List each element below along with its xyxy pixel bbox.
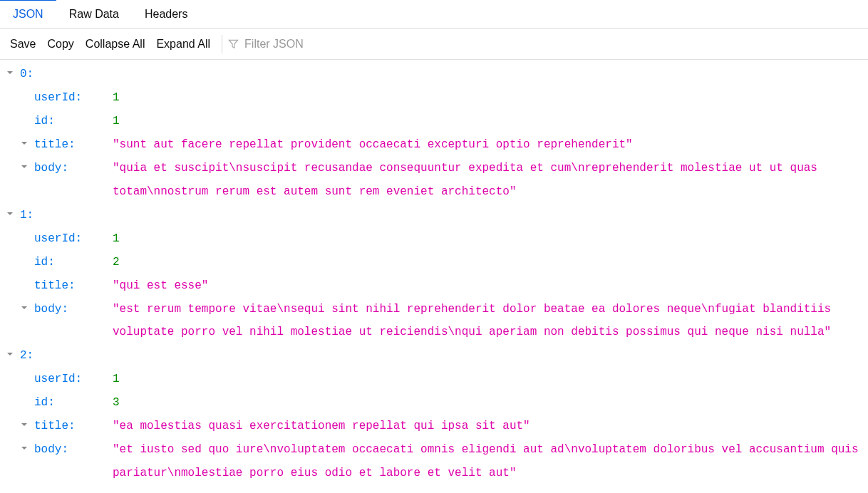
expand-toggle-icon[interactable]: [6, 68, 17, 80]
json-tree: 0:userId:1id:1title:"sunt aut facere rep…: [0, 60, 868, 491]
key-body[interactable]: body:: [34, 438, 113, 462]
tree-row: id:1: [6, 110, 862, 133]
key-id[interactable]: id:: [34, 251, 113, 274]
tree-row: userId:1: [6, 86, 862, 110]
key-id[interactable]: id:: [34, 391, 113, 415]
key-index[interactable]: 2: [20, 344, 27, 368]
save-button[interactable]: Save: [10, 38, 36, 51]
value-number[interactable]: 1: [113, 368, 120, 391]
tree-row: id:2: [6, 251, 862, 274]
tree-row: id:3: [6, 391, 862, 415]
tree-row-index: 2:: [6, 344, 862, 368]
tree-row: userId:1: [6, 227, 862, 251]
value-number[interactable]: 2: [113, 251, 120, 274]
colon: :: [27, 344, 34, 368]
expand-toggle-icon[interactable]: [6, 350, 17, 361]
tree-row-index: 1:: [6, 204, 862, 227]
expand-toggle-icon[interactable]: [20, 303, 31, 315]
value-number[interactable]: 1: [113, 86, 120, 110]
tab-raw-data[interactable]: Raw Data: [56, 0, 132, 28]
expand-toggle-icon[interactable]: [20, 139, 31, 150]
tree-row: body:"et iusto sed quo iure\nvoluptatem …: [6, 438, 862, 485]
tab-json[interactable]: JSON: [0, 0, 56, 28]
tree-row: body:"quia et suscipit\nsuscipit recusan…: [6, 157, 862, 204]
key-title[interactable]: title:: [34, 415, 113, 438]
collapse-all-button[interactable]: Collapse All: [86, 38, 145, 51]
tree-row: title:"ea molestias quasi exercitationem…: [6, 415, 862, 438]
value-string[interactable]: "quia et suscipit\nsuscipit recusandae c…: [113, 157, 862, 204]
key-index[interactable]: 1: [20, 204, 27, 227]
key-body[interactable]: body:: [34, 298, 113, 321]
expand-toggle-icon[interactable]: [20, 444, 31, 455]
filter-input[interactable]: [244, 38, 387, 51]
expand-toggle-icon[interactable]: [6, 209, 17, 221]
key-userid[interactable]: userId:: [34, 86, 113, 110]
tab-headers[interactable]: Headers: [132, 0, 200, 28]
tree-row: userId:1: [6, 368, 862, 391]
filter-wrap: [222, 35, 387, 53]
colon: :: [27, 204, 34, 227]
view-tabs: JSON Raw Data Headers: [0, 0, 868, 28]
value-string[interactable]: "sunt aut facere repellat provident occa…: [113, 133, 862, 157]
key-title[interactable]: title:: [34, 133, 113, 157]
key-userid[interactable]: userId:: [34, 227, 113, 251]
expand-toggle-icon[interactable]: [20, 420, 31, 432]
key-index[interactable]: 0: [20, 63, 27, 86]
value-string[interactable]: "qui est esse": [113, 274, 862, 298]
value-number[interactable]: 3: [113, 391, 120, 415]
value-string[interactable]: "ea molestias quasi exercitationem repel…: [113, 415, 862, 438]
expand-all-button[interactable]: Expand All: [156, 38, 210, 51]
value-string[interactable]: "et iusto sed quo iure\nvoluptatem occae…: [113, 438, 862, 485]
key-id[interactable]: id:: [34, 110, 113, 133]
colon: :: [27, 63, 34, 86]
copy-button[interactable]: Copy: [47, 38, 73, 51]
filter-icon: [228, 38, 239, 49]
key-body[interactable]: body:: [34, 157, 113, 180]
value-number[interactable]: 1: [113, 110, 120, 133]
value-string[interactable]: "est rerum tempore vitae\nsequi sint nih…: [113, 298, 862, 345]
toolbar: Save Copy Collapse All Expand All: [0, 28, 868, 60]
tree-row-index: 0:: [6, 63, 862, 86]
value-number[interactable]: 1: [113, 227, 120, 251]
tree-row: title:"sunt aut facere repellat providen…: [6, 133, 862, 157]
key-title[interactable]: title:: [34, 274, 113, 298]
expand-toggle-icon[interactable]: [20, 162, 31, 174]
tree-row: body:"est rerum tempore vitae\nsequi sin…: [6, 298, 862, 345]
tree-row: title:"qui est esse": [6, 274, 862, 298]
key-userid[interactable]: userId:: [34, 368, 113, 391]
